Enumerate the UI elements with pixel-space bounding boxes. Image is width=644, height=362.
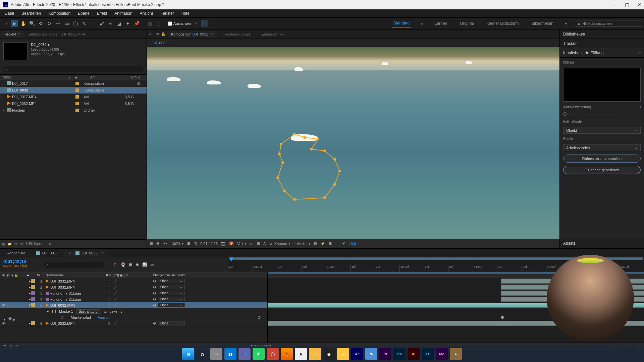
mask-color[interactable]: [52, 310, 56, 313]
maximize-button[interactable]: ▢: [625, 2, 629, 7]
alpha-icon[interactable]: ▦: [150, 241, 153, 246]
project-row[interactable]: DJI_0017 Komposition ⊞: [0, 80, 147, 87]
collapse-icon[interactable]: ▾: [47, 309, 49, 314]
effects-tab[interactable]: Effekteinstellungen DJI_0032.MP4: [25, 31, 89, 38]
anchor-tool[interactable]: ⊹: [54, 20, 62, 27]
timeline-layer[interactable]: 👁 ▸ 6 DJI_0032.MP4 ⊕╱ ⊙Ohne⌄: [0, 320, 267, 326]
parent-select[interactable]: Ohne⌄: [158, 297, 185, 301]
eraser-tool[interactable]: ◢: [115, 20, 123, 27]
alpha-expansion-value[interactable]: 0: [639, 105, 641, 109]
create-reference-frame-button[interactable]: Referenzframe erstellen: [563, 155, 641, 163]
nav-back-icon[interactable]: ◂: [149, 32, 151, 36]
new-comp-icon[interactable]: ▭: [14, 242, 17, 246]
hand-tool[interactable]: ✋: [19, 20, 27, 27]
pixel-icon[interactable]: ▤: [314, 241, 317, 246]
col-source-name[interactable]: Quellenname: [46, 274, 106, 277]
menu-ebene[interactable]: Ebene: [74, 10, 93, 16]
new-folder-icon[interactable]: 📁: [8, 242, 12, 246]
fill-method-select[interactable]: Objekt⌄: [563, 127, 641, 134]
project-row[interactable]: DJI_0032 Komposition: [0, 87, 147, 94]
show-channel-icon[interactable]: 🎨: [229, 241, 234, 246]
adjust-icon[interactable]: ⚙: [20, 242, 23, 246]
snap-checkbox[interactable]: [168, 21, 172, 26]
draft-icon[interactable]: ▭: [150, 262, 154, 267]
menu-komposition[interactable]: Komposition: [45, 10, 74, 16]
taskbar-whatsapp[interactable]: ✆: [253, 348, 265, 360]
taskbar-search[interactable]: ⌕: [196, 348, 208, 360]
panel-overflow-icon[interactable]: »: [143, 32, 145, 36]
parent-select[interactable]: Ohne⌄: [158, 321, 185, 325]
selection-tool[interactable]: ▶: [11, 20, 18, 27]
grid-icon[interactable]: ⊞: [187, 241, 190, 246]
label-color[interactable]: [31, 279, 35, 283]
resolution-select[interactable]: Voll ▾: [237, 241, 247, 246]
taskbar-photoshop[interactable]: Ps: [393, 348, 406, 360]
pen-tool[interactable]: ✎: [80, 20, 88, 27]
mask-property-row[interactable]: ◂▸ ⏱ Maskenpfad Form... ⊙: [0, 314, 267, 320]
workspace-kleiner[interactable]: Kleiner Bildschirm: [485, 19, 520, 28]
label-color[interactable]: [75, 88, 79, 92]
timecode-display[interactable]: 0;01;42;13: [200, 242, 218, 246]
task-view[interactable]: ▭: [210, 348, 222, 360]
menu-hilfe[interactable]: Hilfe: [178, 10, 193, 16]
taskbar-premiere[interactable]: Pr: [379, 348, 391, 360]
dropdown-icon[interactable]: ▾: [48, 43, 50, 47]
lock-icon[interactable]: 🔒: [161, 32, 166, 36]
snap-options[interactable]: ⚲: [192, 20, 200, 27]
col-name[interactable]: Name: [3, 75, 68, 79]
next-keyframe-icon[interactable]: ▸: [13, 317, 15, 322]
parent-select[interactable]: Ohne⌄: [158, 279, 185, 283]
mask-invert-label[interactable]: Umgekehrt: [104, 309, 122, 313]
menu-effekt[interactable]: Effekt: [94, 10, 110, 16]
exposure-value[interactable]: +0,0: [349, 242, 356, 246]
zoom-tool[interactable]: 🔍: [28, 20, 36, 27]
pickwhip-icon[interactable]: ⊙: [153, 279, 156, 283]
menu-animation[interactable]: Animation: [111, 10, 136, 16]
parent-select[interactable]: Ohne⌄: [158, 285, 185, 289]
transparency-icon[interactable]: ▦: [257, 241, 260, 246]
tracker-panel-tab[interactable]: Tracker: [560, 39, 644, 48]
shy-icon[interactable]: 👻: [121, 262, 125, 267]
project-row[interactable]: DJI_0017.MP4 AVI 3,5 G: [0, 94, 147, 100]
content-aware-fill-tab[interactable]: Inhaltsbasierte Füllung: [563, 51, 604, 55]
taskbar-obs[interactable]: ◉: [323, 348, 335, 360]
channel-icon[interactable]: ◉: [156, 241, 160, 246]
mask-mode-select[interactable]: Subtrahi...⌄: [76, 309, 101, 314]
timeline-layer[interactable]: ▸ 2 DJI_0032.MP4 ⊕╱ ⊙Ohne⌄: [0, 284, 267, 290]
home-tool[interactable]: ⌂: [2, 20, 9, 27]
taskbar-media-encoder[interactable]: Me: [436, 348, 448, 360]
parent-select[interactable]: Ohne⌄: [158, 291, 185, 295]
label-color[interactable]: [75, 95, 79, 99]
composition-viewer[interactable]: [147, 47, 559, 239]
taskbar-after-effects[interactable]: Ae: [351, 348, 363, 360]
render-queue-tab[interactable]: Renderliste: [2, 250, 30, 256]
col-label[interactable]: ◆: [70, 75, 90, 79]
taskbar-lightroom[interactable]: Lr: [422, 348, 434, 360]
close-tab-icon[interactable]: ×: [69, 251, 71, 255]
taskbar-app[interactable]: ▭: [309, 348, 321, 360]
timeline-layer[interactable]: ▸ 1 DJI_0032.MP4 ⊕╱ ⊙Ohne⌄: [0, 278, 267, 284]
flow-icon[interactable]: ⋮: [335, 241, 339, 246]
layer-tab[interactable]: Ebene (ohne): [258, 31, 287, 38]
taskbar-app[interactable]: ♟: [295, 348, 307, 360]
timeline-icon[interactable]: ⊞: [329, 241, 332, 246]
puppet-tool[interactable]: 📌: [133, 20, 140, 27]
exposure-reset-icon[interactable]: ☀: [342, 241, 345, 246]
menu-fenster[interactable]: Fenster: [157, 10, 177, 16]
timeline-search[interactable]: ⌕: [44, 262, 104, 268]
project-row[interactable]: DJI_0032.MP4 AVI 3,5 G: [0, 100, 147, 107]
roto-tool[interactable]: ✦: [124, 20, 131, 27]
mask-mode-icon[interactable]: ⬚: [201, 20, 208, 27]
menu-ansicht[interactable]: Ansicht: [137, 10, 156, 16]
timeline-layer[interactable]: ▸ 3 Füllung...7-81].png ⊕╱ ⊙Ohne⌄: [0, 290, 267, 296]
timeline-tab[interactable]: ×DJI_0032≡: [64, 250, 108, 256]
label-color[interactable]: [75, 109, 79, 112]
menu-datei[interactable]: Datei: [1, 10, 17, 16]
project-tab[interactable]: Projekt≡: [1, 31, 24, 38]
workspace-bibliotheken[interactable]: Bibliotheken: [530, 19, 554, 28]
motion-blur-icon[interactable]: ◉: [136, 262, 139, 267]
expand-icon[interactable]: ▸: [3, 108, 7, 113]
pickwhip-icon[interactable]: ⊙: [258, 315, 261, 320]
panel-menu-icon[interactable]: ≡: [638, 51, 641, 55]
range-select[interactable]: Arbeitsbereich⌄: [563, 144, 641, 151]
